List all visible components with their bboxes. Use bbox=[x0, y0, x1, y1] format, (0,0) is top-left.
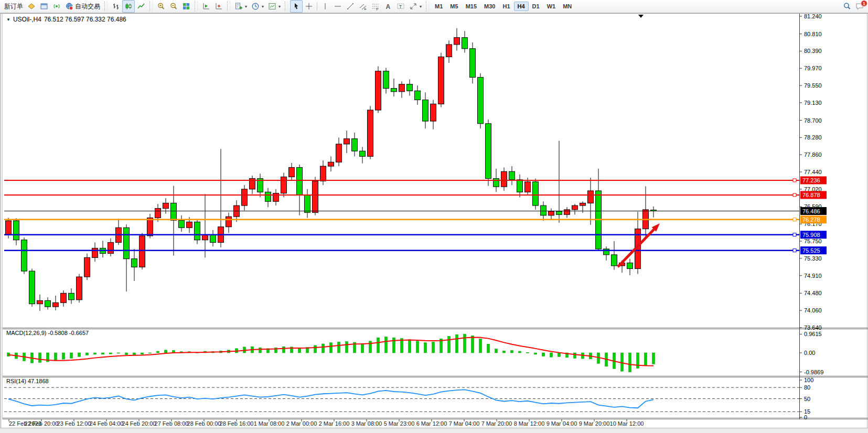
price-tag: 75.525 bbox=[802, 247, 820, 254]
template-icon[interactable]: ▾ bbox=[266, 0, 283, 13]
timeframe-button-w1[interactable]: W1 bbox=[543, 2, 560, 11]
timeframe-button-h1[interactable]: H1 bbox=[499, 2, 513, 11]
toolbar-separator bbox=[227, 2, 230, 11]
line-end-marker[interactable] bbox=[793, 218, 796, 221]
date-axis-label: 6 Mar 12:00 bbox=[416, 420, 447, 427]
ticket-icon[interactable] bbox=[25, 0, 38, 13]
arrows-icon[interactable]: ▾ bbox=[407, 0, 424, 13]
candle-up bbox=[446, 45, 452, 57]
label-icon[interactable]: T bbox=[394, 0, 407, 13]
chart-symbol-period: USOil-,H4 bbox=[13, 16, 41, 23]
chart-ohlc-quote: 76.512 76.597 76.332 76.486 bbox=[44, 16, 126, 23]
timeframe-button-m30[interactable]: M30 bbox=[480, 2, 499, 11]
timeframe-button-m1[interactable]: M1 bbox=[431, 2, 446, 11]
chart-menu-icon[interactable]: ▼ bbox=[6, 17, 10, 22]
macd-histogram-bar bbox=[338, 342, 340, 353]
toolbar-separator bbox=[104, 2, 108, 11]
candle-up bbox=[281, 177, 287, 193]
candle-up bbox=[580, 203, 586, 205]
toolbar-separator bbox=[195, 2, 198, 11]
candle-chart-icon bbox=[124, 2, 133, 10]
price-axis-label: 81.240 bbox=[804, 13, 822, 19]
channel-icon[interactable]: E bbox=[357, 0, 369, 13]
tile-windows-icon[interactable] bbox=[180, 0, 192, 13]
macd-histogram-bar bbox=[259, 348, 262, 353]
arrows-icon bbox=[409, 2, 417, 10]
macd-histogram-bar bbox=[314, 345, 317, 353]
timeframe-button-m5[interactable]: M5 bbox=[446, 2, 462, 11]
line-end-marker[interactable] bbox=[793, 249, 796, 252]
candle-down bbox=[478, 77, 484, 123]
macd-histogram-bar bbox=[94, 353, 97, 354]
date-axis-label: 9 Mar 20:00 bbox=[579, 420, 610, 427]
line-end-marker[interactable] bbox=[793, 233, 796, 236]
candle-down bbox=[407, 84, 413, 91]
candle-up bbox=[525, 182, 531, 192]
zoom-out-icon[interactable] bbox=[167, 0, 180, 13]
chart-canvas[interactable]: 81.24080.81080.39079.97079.55079.13078.7… bbox=[0, 0, 868, 433]
macd-indicator-label: MACD(12,26,9) -0.5808 -0.6657 bbox=[6, 330, 89, 336]
timeframe-button-m15[interactable]: M15 bbox=[462, 2, 480, 11]
vline-icon[interactable] bbox=[319, 0, 331, 13]
price-axis-label: 73.640 bbox=[804, 324, 822, 331]
text-icon[interactable]: A bbox=[382, 0, 394, 13]
candle-down bbox=[612, 255, 617, 266]
timeframe-button-d1[interactable]: D1 bbox=[529, 2, 543, 11]
auto-trading-button[interactable]: 自动交易 bbox=[63, 0, 102, 13]
candle-down bbox=[486, 124, 491, 179]
chat-icon[interactable]: 1 bbox=[853, 0, 866, 13]
macd-histogram-bar bbox=[70, 353, 73, 358]
candle-down bbox=[352, 139, 358, 151]
crosshair-icon[interactable] bbox=[303, 0, 315, 13]
price-axis-label: 79.130 bbox=[804, 100, 822, 106]
candle-down bbox=[415, 91, 421, 100]
macd-histogram-bar bbox=[519, 351, 521, 353]
rsi-axis-label: 80 bbox=[804, 384, 810, 391]
dropdown-caret-icon[interactable]: ▾ bbox=[262, 4, 264, 9]
add-chart-icon[interactable]: ▾ bbox=[232, 0, 249, 13]
dropdown-caret-icon[interactable]: ▾ bbox=[245, 4, 247, 9]
hline-icon[interactable] bbox=[331, 0, 344, 13]
date-axis-label: 27 Feb 08:00 bbox=[155, 420, 189, 427]
line-chart-icon[interactable] bbox=[135, 0, 147, 13]
date-axis-label: 5 Mar 23:00 bbox=[384, 420, 415, 427]
scroll-to-end-icon[interactable] bbox=[200, 0, 212, 13]
candle-up bbox=[572, 205, 578, 210]
new-order-button[interactable]: 新订单 bbox=[2, 0, 25, 13]
zoom-in-icon[interactable] bbox=[155, 0, 167, 13]
macd-histogram-bar bbox=[652, 353, 655, 364]
macd-histogram-bar bbox=[330, 343, 333, 353]
candle-down bbox=[494, 179, 499, 187]
macd-histogram-bar bbox=[637, 353, 639, 369]
macd-histogram-bar bbox=[574, 353, 576, 358]
trendline-icon[interactable] bbox=[344, 0, 357, 13]
search-icon[interactable] bbox=[841, 0, 853, 13]
line-end-marker[interactable] bbox=[793, 193, 796, 197]
price-axis-label: 75.330 bbox=[804, 255, 822, 262]
cursor-icon[interactable] bbox=[290, 0, 303, 13]
candle-up bbox=[501, 171, 507, 187]
candle-down bbox=[45, 300, 51, 307]
candle-down bbox=[14, 221, 19, 240]
toolbar-separator bbox=[317, 2, 317, 10]
candle-up bbox=[313, 181, 318, 212]
macd-axis-label: -0.9869 bbox=[804, 369, 823, 375]
timeframe-button-h4[interactable]: H4 bbox=[514, 2, 529, 11]
candle-chart-icon[interactable] bbox=[122, 0, 135, 13]
candle-down bbox=[383, 71, 389, 89]
chart-shift-icon[interactable] bbox=[212, 0, 225, 13]
period-icon[interactable]: ▾ bbox=[249, 0, 266, 13]
timeframe-button-mn[interactable]: MN bbox=[559, 2, 575, 11]
dropdown-caret-icon[interactable]: ▾ bbox=[278, 4, 281, 9]
date-axis-label: 1 Mar 08:00 bbox=[254, 420, 285, 427]
signal-icon[interactable] bbox=[50, 0, 63, 13]
chart-title[interactable]: ▼ USOil-,H4 76.512 76.597 76.332 76.486 bbox=[6, 16, 126, 23]
dropdown-caret-icon[interactable]: ▾ bbox=[420, 4, 422, 9]
vline-icon bbox=[321, 2, 329, 10]
line-end-marker[interactable] bbox=[793, 179, 796, 182]
fibonacci-icon[interactable]: F bbox=[369, 0, 382, 13]
candle-up bbox=[140, 236, 145, 267]
chart-window-icon[interactable] bbox=[38, 0, 50, 13]
candle-down bbox=[423, 100, 428, 121]
bar-chart-icon[interactable] bbox=[110, 0, 122, 13]
